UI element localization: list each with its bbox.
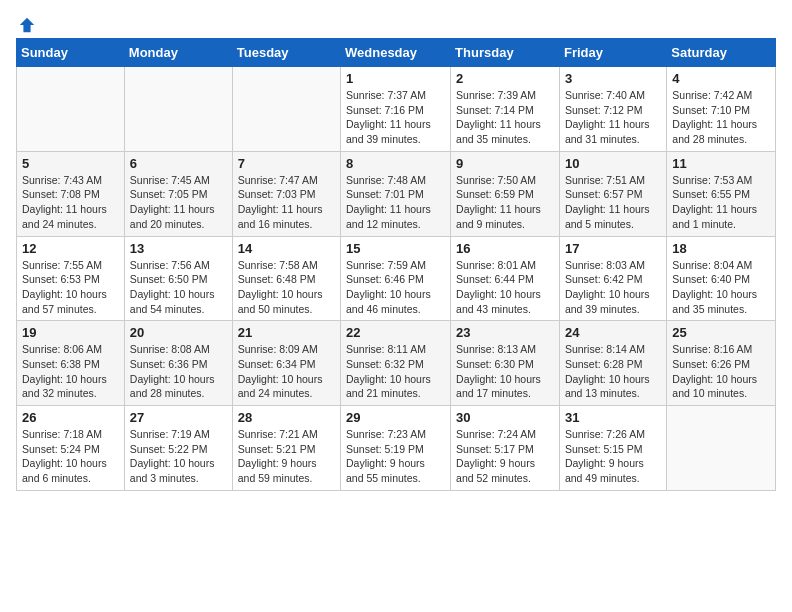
- day-number: 26: [22, 410, 119, 425]
- calendar-week-row: 19Sunrise: 8:06 AM Sunset: 6:38 PM Dayli…: [17, 321, 776, 406]
- day-number: 22: [346, 325, 445, 340]
- calendar-week-row: 26Sunrise: 7:18 AM Sunset: 5:24 PM Dayli…: [17, 406, 776, 491]
- calendar-day-cell: [17, 67, 125, 152]
- day-info: Sunrise: 7:45 AM Sunset: 7:05 PM Dayligh…: [130, 173, 227, 232]
- calendar-day-cell: 21Sunrise: 8:09 AM Sunset: 6:34 PM Dayli…: [232, 321, 340, 406]
- day-info: Sunrise: 7:42 AM Sunset: 7:10 PM Dayligh…: [672, 88, 770, 147]
- day-info: Sunrise: 8:16 AM Sunset: 6:26 PM Dayligh…: [672, 342, 770, 401]
- calendar-day-cell: 13Sunrise: 7:56 AM Sunset: 6:50 PM Dayli…: [124, 236, 232, 321]
- calendar-day-cell: 10Sunrise: 7:51 AM Sunset: 6:57 PM Dayli…: [559, 151, 666, 236]
- day-info: Sunrise: 8:11 AM Sunset: 6:32 PM Dayligh…: [346, 342, 445, 401]
- calendar-day-cell: 24Sunrise: 8:14 AM Sunset: 6:28 PM Dayli…: [559, 321, 666, 406]
- day-info: Sunrise: 7:21 AM Sunset: 5:21 PM Dayligh…: [238, 427, 335, 486]
- calendar-day-cell: 31Sunrise: 7:26 AM Sunset: 5:15 PM Dayli…: [559, 406, 666, 491]
- calendar-day-cell: 28Sunrise: 7:21 AM Sunset: 5:21 PM Dayli…: [232, 406, 340, 491]
- day-number: 16: [456, 241, 554, 256]
- calendar-day-cell: 5Sunrise: 7:43 AM Sunset: 7:08 PM Daylig…: [17, 151, 125, 236]
- day-info: Sunrise: 8:06 AM Sunset: 6:38 PM Dayligh…: [22, 342, 119, 401]
- day-info: Sunrise: 7:55 AM Sunset: 6:53 PM Dayligh…: [22, 258, 119, 317]
- calendar-day-cell: 30Sunrise: 7:24 AM Sunset: 5:17 PM Dayli…: [451, 406, 560, 491]
- day-number: 15: [346, 241, 445, 256]
- weekday-header: Monday: [124, 39, 232, 67]
- day-info: Sunrise: 8:09 AM Sunset: 6:34 PM Dayligh…: [238, 342, 335, 401]
- day-info: Sunrise: 7:51 AM Sunset: 6:57 PM Dayligh…: [565, 173, 661, 232]
- calendar-day-cell: 3Sunrise: 7:40 AM Sunset: 7:12 PM Daylig…: [559, 67, 666, 152]
- day-info: Sunrise: 7:43 AM Sunset: 7:08 PM Dayligh…: [22, 173, 119, 232]
- calendar-day-cell: 6Sunrise: 7:45 AM Sunset: 7:05 PM Daylig…: [124, 151, 232, 236]
- calendar-week-row: 1Sunrise: 7:37 AM Sunset: 7:16 PM Daylig…: [17, 67, 776, 152]
- day-info: Sunrise: 7:26 AM Sunset: 5:15 PM Dayligh…: [565, 427, 661, 486]
- weekday-header: Wednesday: [341, 39, 451, 67]
- calendar-day-cell: 23Sunrise: 8:13 AM Sunset: 6:30 PM Dayli…: [451, 321, 560, 406]
- calendar-day-cell: 19Sunrise: 8:06 AM Sunset: 6:38 PM Dayli…: [17, 321, 125, 406]
- logo: [16, 16, 36, 30]
- calendar-day-cell: 9Sunrise: 7:50 AM Sunset: 6:59 PM Daylig…: [451, 151, 560, 236]
- calendar-day-cell: 27Sunrise: 7:19 AM Sunset: 5:22 PM Dayli…: [124, 406, 232, 491]
- calendar-table: SundayMondayTuesdayWednesdayThursdayFrid…: [16, 38, 776, 491]
- day-info: Sunrise: 8:13 AM Sunset: 6:30 PM Dayligh…: [456, 342, 554, 401]
- day-info: Sunrise: 8:08 AM Sunset: 6:36 PM Dayligh…: [130, 342, 227, 401]
- calendar-day-cell: 26Sunrise: 7:18 AM Sunset: 5:24 PM Dayli…: [17, 406, 125, 491]
- weekday-header: Sunday: [17, 39, 125, 67]
- day-number: 13: [130, 241, 227, 256]
- day-number: 6: [130, 156, 227, 171]
- day-number: 30: [456, 410, 554, 425]
- day-number: 5: [22, 156, 119, 171]
- calendar-day-cell: 18Sunrise: 8:04 AM Sunset: 6:40 PM Dayli…: [667, 236, 776, 321]
- day-info: Sunrise: 8:04 AM Sunset: 6:40 PM Dayligh…: [672, 258, 770, 317]
- calendar-day-cell: 14Sunrise: 7:58 AM Sunset: 6:48 PM Dayli…: [232, 236, 340, 321]
- day-number: 28: [238, 410, 335, 425]
- calendar-day-cell: 22Sunrise: 8:11 AM Sunset: 6:32 PM Dayli…: [341, 321, 451, 406]
- calendar-day-cell: 7Sunrise: 7:47 AM Sunset: 7:03 PM Daylig…: [232, 151, 340, 236]
- calendar-day-cell: 8Sunrise: 7:48 AM Sunset: 7:01 PM Daylig…: [341, 151, 451, 236]
- svg-marker-0: [20, 18, 34, 32]
- day-number: 19: [22, 325, 119, 340]
- page-header: [16, 16, 776, 30]
- day-info: Sunrise: 7:37 AM Sunset: 7:16 PM Dayligh…: [346, 88, 445, 147]
- calendar-week-row: 12Sunrise: 7:55 AM Sunset: 6:53 PM Dayli…: [17, 236, 776, 321]
- calendar-day-cell: 4Sunrise: 7:42 AM Sunset: 7:10 PM Daylig…: [667, 67, 776, 152]
- day-info: Sunrise: 8:01 AM Sunset: 6:44 PM Dayligh…: [456, 258, 554, 317]
- day-info: Sunrise: 7:23 AM Sunset: 5:19 PM Dayligh…: [346, 427, 445, 486]
- calendar-day-cell: 1Sunrise: 7:37 AM Sunset: 7:16 PM Daylig…: [341, 67, 451, 152]
- day-number: 7: [238, 156, 335, 171]
- day-number: 17: [565, 241, 661, 256]
- day-info: Sunrise: 7:47 AM Sunset: 7:03 PM Dayligh…: [238, 173, 335, 232]
- calendar-day-cell: 29Sunrise: 7:23 AM Sunset: 5:19 PM Dayli…: [341, 406, 451, 491]
- weekday-header: Thursday: [451, 39, 560, 67]
- calendar-day-cell: [232, 67, 340, 152]
- calendar-day-cell: 25Sunrise: 8:16 AM Sunset: 6:26 PM Dayli…: [667, 321, 776, 406]
- calendar-day-cell: 17Sunrise: 8:03 AM Sunset: 6:42 PM Dayli…: [559, 236, 666, 321]
- day-info: Sunrise: 7:39 AM Sunset: 7:14 PM Dayligh…: [456, 88, 554, 147]
- day-info: Sunrise: 7:53 AM Sunset: 6:55 PM Dayligh…: [672, 173, 770, 232]
- day-number: 21: [238, 325, 335, 340]
- calendar-day-cell: [124, 67, 232, 152]
- day-number: 25: [672, 325, 770, 340]
- weekday-header-row: SundayMondayTuesdayWednesdayThursdayFrid…: [17, 39, 776, 67]
- logo-icon: [18, 16, 36, 34]
- weekday-header: Friday: [559, 39, 666, 67]
- day-info: Sunrise: 7:18 AM Sunset: 5:24 PM Dayligh…: [22, 427, 119, 486]
- calendar-day-cell: [667, 406, 776, 491]
- day-number: 23: [456, 325, 554, 340]
- calendar-day-cell: 2Sunrise: 7:39 AM Sunset: 7:14 PM Daylig…: [451, 67, 560, 152]
- day-number: 11: [672, 156, 770, 171]
- day-number: 2: [456, 71, 554, 86]
- calendar-week-row: 5Sunrise: 7:43 AM Sunset: 7:08 PM Daylig…: [17, 151, 776, 236]
- day-info: Sunrise: 8:03 AM Sunset: 6:42 PM Dayligh…: [565, 258, 661, 317]
- day-number: 18: [672, 241, 770, 256]
- day-number: 9: [456, 156, 554, 171]
- day-number: 27: [130, 410, 227, 425]
- day-info: Sunrise: 7:19 AM Sunset: 5:22 PM Dayligh…: [130, 427, 227, 486]
- day-number: 31: [565, 410, 661, 425]
- day-number: 29: [346, 410, 445, 425]
- day-info: Sunrise: 7:40 AM Sunset: 7:12 PM Dayligh…: [565, 88, 661, 147]
- day-info: Sunrise: 7:50 AM Sunset: 6:59 PM Dayligh…: [456, 173, 554, 232]
- day-info: Sunrise: 8:14 AM Sunset: 6:28 PM Dayligh…: [565, 342, 661, 401]
- weekday-header: Saturday: [667, 39, 776, 67]
- calendar-day-cell: 11Sunrise: 7:53 AM Sunset: 6:55 PM Dayli…: [667, 151, 776, 236]
- day-info: Sunrise: 7:58 AM Sunset: 6:48 PM Dayligh…: [238, 258, 335, 317]
- day-number: 1: [346, 71, 445, 86]
- day-number: 10: [565, 156, 661, 171]
- day-number: 3: [565, 71, 661, 86]
